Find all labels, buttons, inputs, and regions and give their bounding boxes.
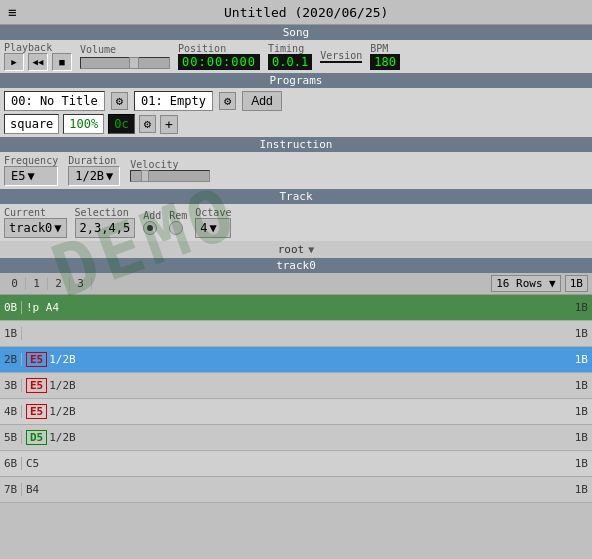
table-row[interactable]: 7BB41B (0, 477, 592, 503)
octave-arrow: ▼ (210, 221, 217, 235)
rows-dropdown[interactable]: 16 Rows ▼ (491, 275, 561, 292)
row-label: 0B (0, 301, 22, 314)
selection-label: Selection (75, 207, 136, 218)
table-row[interactable]: 2BE51/2B1B (0, 347, 592, 373)
row-right: 1B (571, 353, 592, 366)
rem-radio[interactable] (169, 221, 183, 235)
octave-label: Octave (195, 207, 231, 218)
programs-section: 00: No Title ⚙ 01: Empty ⚙ Add square 10… (0, 88, 592, 137)
rewind-button[interactable]: ◀◀ (28, 53, 48, 71)
current-track-group: Current track0 ▼ (4, 207, 67, 238)
velocity-thumb[interactable] (141, 170, 149, 182)
program1-gear[interactable]: ⚙ (219, 92, 236, 110)
duration-value: 1/2B (75, 169, 104, 183)
playback-group: Playback ▶ ◀◀ ■ (4, 42, 72, 71)
root-label: root (278, 243, 305, 256)
row-content: B4 (22, 483, 571, 496)
play-button[interactable]: ▶ (4, 53, 24, 71)
duration-arrow: ▼ (106, 169, 113, 183)
volume-group: Volume (80, 44, 170, 69)
note-badge: E5 (26, 352, 47, 367)
add-track-button[interactable]: + (160, 115, 178, 134)
prog-settings-gear[interactable]: ⚙ (139, 115, 156, 133)
track0-section-label: track0 (0, 258, 592, 273)
track-section: Current track0 ▼ Selection 2,3,4,5 Add R… (0, 204, 592, 241)
volume-slider[interactable] (80, 57, 170, 69)
octave-box[interactable]: 0c (108, 114, 134, 134)
row-label: 1B (0, 327, 22, 340)
frequency-value: E5 (11, 169, 25, 183)
table-row[interactable]: 5BD51/2B1B (0, 425, 592, 451)
volume-thumb[interactable] (129, 57, 139, 69)
current-track-arrow: ▼ (54, 221, 61, 235)
current-label: Current (4, 207, 67, 218)
track-section-label: Track (0, 189, 592, 204)
duration-text: 1/2B (49, 353, 76, 366)
stop-button[interactable]: ■ (52, 53, 72, 71)
row-content: D51/2B (22, 430, 571, 445)
col-1: 1 (26, 277, 48, 290)
menu-icon[interactable]: ≡ (8, 4, 16, 20)
velocity-label: Velocity (130, 159, 210, 170)
add-radio[interactable] (143, 221, 157, 235)
program0-gear[interactable]: ⚙ (111, 92, 128, 110)
octave-dropdown[interactable]: 4 ▼ (195, 218, 231, 238)
frequency-group: Frequency E5 ▼ (4, 155, 58, 186)
row-label: 5B (0, 431, 22, 444)
oneb-right[interactable]: 1B (565, 275, 588, 292)
position-value: 00:00:000 (178, 54, 260, 70)
volume-label: Volume (80, 44, 170, 55)
volume-pct[interactable]: 100% (63, 114, 104, 134)
rows-label: 16 Rows (496, 277, 542, 290)
root-arrow: ▼ (308, 244, 314, 255)
row-content: !p A4 (22, 301, 571, 314)
bpm-group: BPM 180 (370, 43, 400, 70)
velocity-slider[interactable] (130, 170, 210, 182)
frequency-dropdown[interactable]: E5 ▼ (4, 166, 58, 186)
timing-label: Timing (268, 43, 312, 54)
table-row[interactable]: 1B1B (0, 321, 592, 347)
selection-value[interactable]: 2,3,4,5 (75, 218, 136, 238)
duration-text: 1/2B (49, 379, 76, 392)
app-wrapper: DEMO ≡ Untitled (2020/06/25) Song Playba… (0, 0, 592, 503)
frequency-label: Frequency (4, 155, 58, 166)
table-row[interactable]: 3BE51/2B1B (0, 373, 592, 399)
duration-group: Duration 1/2B ▼ (68, 155, 120, 186)
row-right: 1B (571, 301, 592, 314)
program0-name[interactable]: 00: No Title (4, 91, 105, 111)
root-section: root ▼ (0, 241, 592, 258)
track0-col-headers: 0 1 2 3 16 Rows ▼ 1B (0, 273, 592, 295)
programs-add-button[interactable]: Add (242, 91, 281, 111)
row-right: 1B (571, 483, 592, 496)
col-2: 2 (48, 277, 70, 290)
playback-label: Playback (4, 42, 72, 53)
version-label: Version (320, 50, 362, 61)
current-track-dropdown[interactable]: track0 ▼ (4, 218, 67, 238)
row-right: 1B (571, 457, 592, 470)
note-badge: D5 (26, 430, 47, 445)
row-label: 6B (0, 457, 22, 470)
instruction-section-label: Instruction (0, 137, 592, 152)
table-row[interactable]: 6BC51B (0, 451, 592, 477)
rem-label: Rem (169, 210, 187, 221)
song-section: Playback ▶ ◀◀ ■ Volume Position 00:00:00… (0, 40, 592, 73)
velocity-group: Velocity (130, 159, 210, 182)
version-value (320, 61, 362, 63)
rem-group: Rem (169, 210, 187, 235)
duration-dropdown[interactable]: 1/2B ▼ (68, 166, 120, 186)
programs-row2: square 100% 0c ⚙ + (4, 114, 588, 134)
window-title: Untitled (2020/06/25) (28, 5, 584, 20)
current-track-value: track0 (9, 221, 52, 235)
waveform-select[interactable]: square (4, 114, 59, 134)
table-row[interactable]: 4BE51/2B1B (0, 399, 592, 425)
note-badge: E5 (26, 404, 47, 419)
version-group: Version (320, 50, 362, 63)
row-label: 7B (0, 483, 22, 496)
position-label: Position (178, 43, 260, 54)
program1-name[interactable]: 01: Empty (134, 91, 213, 111)
table-row[interactable]: 0B!p A41B (0, 295, 592, 321)
row-label: 2B (0, 353, 22, 366)
bpm-value[interactable]: 180 (370, 54, 400, 70)
row-right: 1B (571, 431, 592, 444)
note-badge: E5 (26, 378, 47, 393)
